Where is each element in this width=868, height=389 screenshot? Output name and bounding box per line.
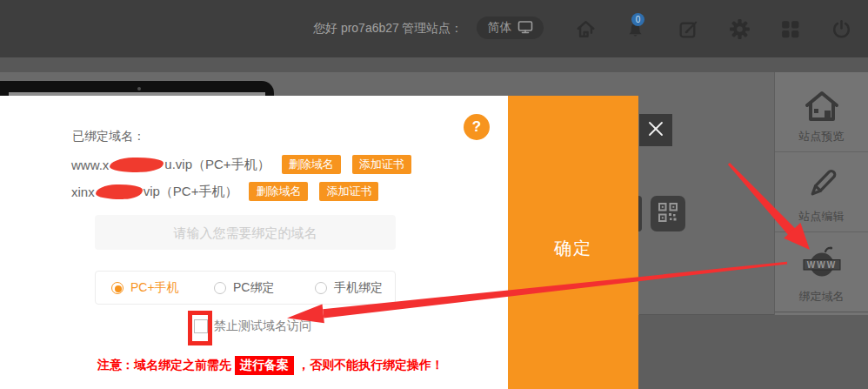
- forbid-test-domain-checkbox[interactable]: [194, 319, 208, 333]
- close-icon: [648, 121, 664, 140]
- domain-text-prefix: xinx: [71, 184, 95, 199]
- forbid-test-domain-label: 禁止测试域名访问: [214, 319, 311, 334]
- radio-label: 手机绑定: [334, 280, 383, 296]
- power-icon[interactable]: [829, 17, 853, 41]
- add-certificate-button[interactable]: 添加证书: [319, 182, 378, 201]
- radio-icon: [315, 282, 327, 294]
- apps-grid-icon[interactable]: [778, 17, 802, 41]
- www-icon-text: WWW: [806, 260, 836, 270]
- www-globe-icon: WWW: [802, 241, 842, 288]
- edit-icon[interactable]: [676, 17, 700, 41]
- radio-label: PC+手机: [130, 280, 179, 296]
- note-prefix: 注意：域名绑定之前需先: [97, 358, 231, 372]
- radio-icon: [214, 282, 226, 294]
- sidebar-item-label: 绑定域名: [775, 289, 868, 305]
- app-window: 您好 pro7a6b27 管理站点： 简体 0: [0, 0, 868, 389]
- redaction-scribble: [110, 157, 164, 173]
- sidebar-item-label: 站点预览: [775, 129, 868, 144]
- manage-site-label: 管理站点：: [402, 21, 463, 37]
- delete-domain-button[interactable]: 删除域名: [282, 155, 341, 174]
- binding-note: 注意：域名绑定之前需先进行备案，否则不能执行绑定操作！: [97, 356, 444, 375]
- gear-icon[interactable]: [727, 17, 751, 41]
- add-certificate-button[interactable]: 添加证书: [352, 155, 411, 174]
- sidebar-item-site-edit[interactable]: 站点编辑: [775, 152, 868, 232]
- icp-filing-link[interactable]: 进行备案: [235, 356, 294, 375]
- site-tools-sidebar: 站点预览 站点编辑 WWW 绑定域名: [774, 72, 868, 315]
- help-icon[interactable]: ?: [464, 114, 490, 140]
- notification-badge: 0: [631, 13, 644, 26]
- note-suffix: ，否则不能执行绑定操作！: [297, 358, 444, 372]
- sub-header-strip: [0, 57, 868, 72]
- user-greeting: 您好 pro7a6b27: [313, 21, 399, 37]
- radio-icon: [111, 282, 124, 294]
- delete-domain-button[interactable]: 删除域名: [249, 182, 308, 201]
- bind-domain-modal: 已绑定域名： www.xu.vip（PC+手机） 删除域名 添加证书 xinxv…: [0, 96, 508, 389]
- language-button[interactable]: 简体: [477, 17, 544, 39]
- qr-code-button[interactable]: [651, 196, 685, 231]
- monitor-icon: [517, 20, 533, 37]
- bind-type-radio-group: PC+手机 PC绑定 手机绑定: [95, 271, 396, 305]
- home-icon[interactable]: [573, 17, 598, 41]
- house-icon: [802, 86, 842, 131]
- pencil-icon: [802, 163, 842, 210]
- bound-domain-row: www.xu.vip（PC+手机） 删除域名 添加证书: [71, 155, 411, 174]
- domain-text-suffix: vip（PC+手机）: [144, 184, 238, 200]
- bound-domain-row: xinxvip（PC+手机） 删除域名 添加证书: [71, 182, 378, 201]
- radio-pc-and-mobile[interactable]: PC+手机: [111, 272, 179, 304]
- sidebar-item-site-preview[interactable]: 站点预览: [775, 72, 868, 152]
- radio-pc-bind[interactable]: PC绑定: [214, 272, 274, 304]
- domain-text-suffix: u.vip（PC+手机）: [164, 157, 270, 173]
- confirm-button-label: 确定: [508, 237, 638, 260]
- redaction-scribble: [95, 184, 142, 199]
- language-button-label: 简体: [488, 20, 512, 36]
- sidebar-item-bind-domain[interactable]: WWW 绑定域名: [775, 232, 868, 312]
- sidebar-item-label: 站点编辑: [775, 209, 868, 225]
- confirm-button[interactable]: 确定: [508, 96, 638, 389]
- qr-code-icon: [658, 203, 678, 225]
- radio-label: PC绑定: [233, 280, 274, 296]
- close-modal-button[interactable]: [639, 114, 672, 146]
- domain-text-prefix: www.x: [71, 158, 109, 172]
- bound-domains-label: 已绑定域名：: [72, 129, 145, 144]
- top-header-bar: 您好 pro7a6b27 管理站点： 简体 0: [0, 0, 868, 57]
- tablet-camera-dot: [137, 87, 141, 91]
- radio-mobile-bind[interactable]: 手机绑定: [315, 272, 383, 304]
- domain-input[interactable]: [95, 215, 396, 250]
